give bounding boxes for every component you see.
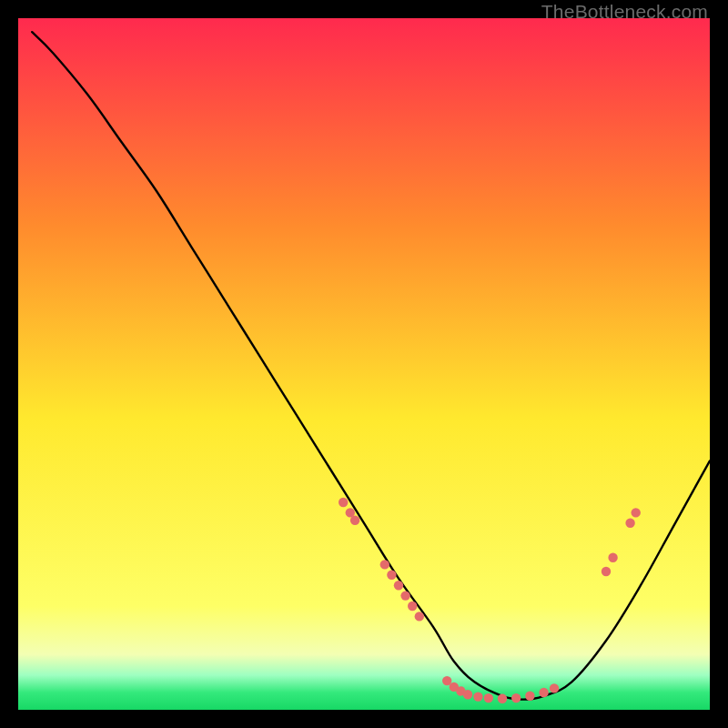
plot-area [18,18,710,710]
data-marker [415,612,424,621]
data-marker [525,692,534,701]
data-marker [400,591,410,600]
data-marker [632,508,641,517]
data-marker [387,571,396,580]
marker-layer [339,498,641,703]
chart-frame [18,18,710,710]
data-marker [408,602,417,611]
data-marker [350,516,359,525]
data-marker [602,567,611,576]
chart-svg [18,18,710,710]
data-marker [539,688,548,697]
data-marker [498,694,507,703]
data-marker [339,498,348,507]
data-marker [380,560,389,569]
data-marker [463,690,472,699]
bottleneck-curve [32,32,710,699]
data-marker [473,692,482,701]
data-marker [511,693,521,703]
data-marker [550,683,559,693]
data-marker [608,553,617,562]
data-marker [484,693,493,703]
data-marker [394,581,403,590]
data-marker [625,519,634,528]
watermark-text: TheBottleneck.com [541,1,708,23]
